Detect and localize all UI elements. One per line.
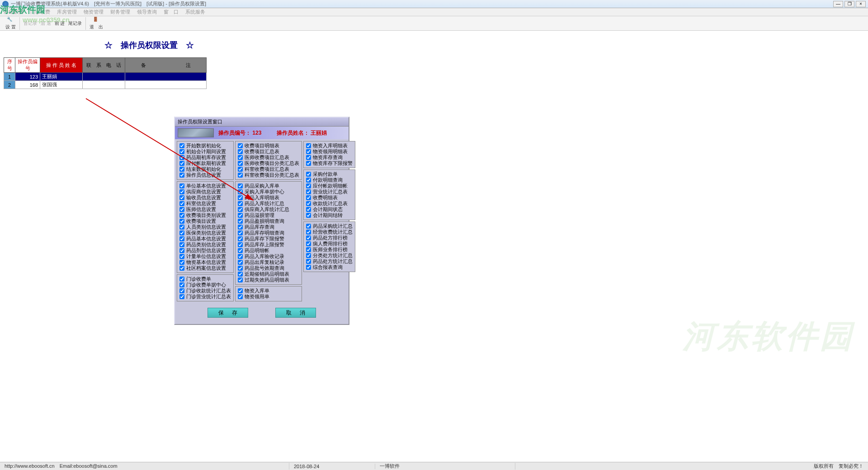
perm-checkbox[interactable] [179, 225, 184, 230]
perm-group: 物资入库明细表物资领用明细表物资库存查询物资库存下限报警 [303, 141, 355, 168]
perm-checkbox[interactable] [179, 183, 184, 188]
perm-item: 病人费用排行榜 [306, 241, 353, 247]
perm-checkbox[interactable] [179, 143, 184, 148]
close-button[interactable]: × [856, 1, 866, 7]
perm-checkbox[interactable] [238, 183, 243, 188]
menu-material[interactable]: 物资管理 [84, 9, 104, 15]
perm-checkbox[interactable] [179, 189, 184, 194]
perm-checkbox[interactable] [306, 230, 311, 235]
perm-checkbox[interactable] [238, 272, 243, 277]
perm-checkbox[interactable] [238, 167, 243, 172]
perm-checkbox[interactable] [238, 230, 243, 235]
perm-checkbox[interactable] [179, 242, 184, 247]
perm-checkbox[interactable] [306, 241, 311, 246]
perm-label: 药品库存明细查询 [245, 230, 284, 236]
menu-outpatient[interactable]: 门诊收费 [30, 9, 50, 15]
perm-checkbox[interactable] [238, 294, 243, 299]
perm-checkbox[interactable] [238, 173, 243, 178]
perm-checkbox[interactable] [238, 219, 243, 224]
perm-group: 单位基本信息设置供应商信息设置输收员信息设置科室信息设置医师信息设置收费项目类别… [177, 181, 234, 273]
menu-basic-data[interactable]: 基础数据 [4, 9, 24, 15]
perm-label: 结束数据初始化 [186, 166, 221, 172]
perm-checkbox[interactable] [306, 265, 311, 270]
perm-checkbox[interactable] [179, 219, 184, 224]
menu-window[interactable]: 窗 口 [164, 9, 179, 15]
minimize-button[interactable]: — [833, 1, 843, 7]
perm-checkbox[interactable] [306, 149, 311, 154]
perm-checkbox[interactable] [179, 260, 184, 265]
perm-checkbox[interactable] [306, 178, 311, 183]
perm-item: 营业统计汇总表 [306, 189, 353, 195]
perm-checkbox[interactable] [306, 161, 311, 166]
perm-checkbox[interactable] [179, 207, 184, 212]
table-row[interactable]: 1 123 王丽娟 [4, 73, 207, 81]
perm-checkbox[interactable] [306, 195, 311, 200]
cancel-button[interactable]: 取消 [275, 308, 316, 318]
perm-checkbox[interactable] [179, 266, 184, 271]
perm-checkbox[interactable] [306, 235, 311, 240]
perm-checkbox[interactable] [238, 266, 243, 271]
perm-checkbox[interactable] [179, 248, 184, 253]
table-row[interactable]: 2 168 张国强 [4, 81, 207, 89]
menu-finance[interactable]: 财务管理 [110, 9, 130, 15]
perm-checkbox[interactable] [179, 277, 184, 282]
perm-checkbox[interactable] [306, 207, 311, 212]
perm-label: 药品出库复核记录 [245, 259, 284, 265]
restore-button[interactable]: ❐ [844, 1, 854, 7]
perm-checkbox[interactable] [179, 254, 184, 259]
perm-checkbox[interactable] [238, 143, 243, 148]
menu-leader-query[interactable]: 领导查询 [137, 9, 157, 15]
perm-item: 付款明细查询 [306, 177, 353, 183]
perm-label: 科室收费项目分类汇总表 [245, 172, 299, 178]
perm-checkbox[interactable] [179, 201, 184, 206]
toolbar-exit[interactable]: 🚪退 出 [88, 17, 105, 30]
col-seq: 序号 [4, 58, 15, 73]
perm-checkbox[interactable] [179, 195, 184, 200]
save-button[interactable]: 保存 [208, 308, 248, 318]
perm-checkbox[interactable] [179, 149, 184, 154]
perm-checkbox[interactable] [179, 173, 184, 178]
perm-checkbox[interactable] [306, 201, 311, 206]
perm-checkbox[interactable] [306, 155, 311, 160]
perm-checkbox[interactable] [179, 282, 184, 287]
perm-checkbox[interactable] [306, 224, 311, 229]
perm-checkbox[interactable] [238, 288, 243, 293]
perm-checkbox[interactable] [179, 294, 184, 299]
perm-checkbox[interactable] [179, 161, 184, 166]
perm-checkbox[interactable] [238, 161, 243, 166]
perm-checkbox[interactable] [306, 143, 311, 148]
perm-item: 经营收费统计汇总 [306, 229, 353, 235]
toolbar-setup[interactable]: 🔧设 置 [4, 17, 18, 30]
perm-checkbox[interactable] [306, 172, 311, 177]
perm-checkbox[interactable] [179, 155, 184, 160]
perm-checkbox[interactable] [179, 230, 184, 235]
perm-checkbox[interactable] [238, 189, 243, 194]
perm-checkbox[interactable] [179, 288, 184, 293]
perm-checkbox[interactable] [238, 236, 243, 241]
perm-checkbox[interactable] [306, 183, 311, 188]
perm-checkbox[interactable] [238, 260, 243, 265]
perm-checkbox[interactable] [179, 236, 184, 241]
perm-checkbox[interactable] [306, 213, 311, 218]
perm-checkbox[interactable] [238, 195, 243, 200]
perm-checkbox[interactable] [238, 155, 243, 160]
perm-item: 供应商信息设置 [179, 189, 231, 195]
perm-checkbox[interactable] [306, 259, 311, 264]
perm-checkbox[interactable] [238, 207, 243, 212]
perm-checkbox[interactable] [238, 201, 243, 206]
perm-item: 门诊收费单 [179, 276, 231, 282]
perm-checkbox[interactable] [238, 277, 243, 282]
perm-checkbox[interactable] [238, 225, 243, 230]
perm-checkbox[interactable] [238, 149, 243, 154]
perm-checkbox[interactable] [238, 248, 243, 253]
perm-checkbox[interactable] [306, 253, 311, 258]
perm-checkbox[interactable] [238, 213, 243, 218]
menu-system[interactable]: 系统服务 [185, 9, 205, 15]
perm-checkbox[interactable] [179, 213, 184, 218]
perm-checkbox[interactable] [238, 242, 243, 247]
perm-checkbox[interactable] [306, 247, 311, 252]
menu-warehouse[interactable]: 库房管理 [57, 9, 77, 15]
perm-checkbox[interactable] [306, 189, 311, 194]
perm-checkbox[interactable] [238, 254, 243, 259]
perm-checkbox[interactable] [179, 167, 184, 172]
